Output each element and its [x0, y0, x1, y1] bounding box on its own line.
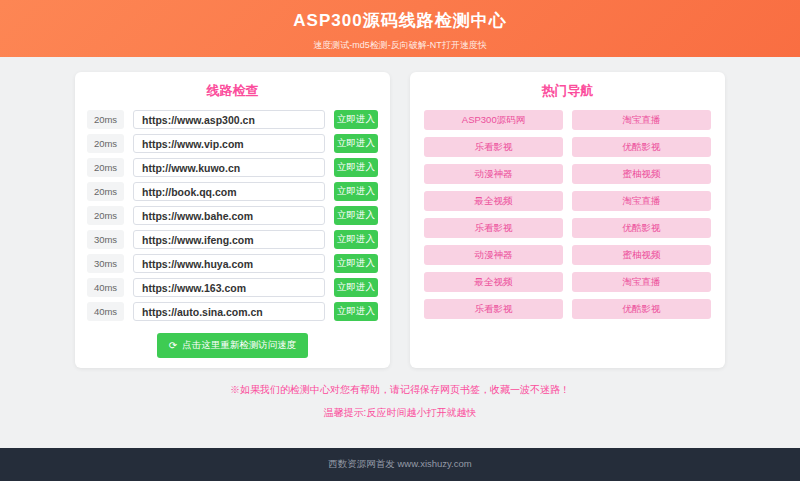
- page-title: ASP300源码线路检测中心: [0, 9, 800, 32]
- nav-link-button[interactable]: 乐看影视: [424, 137, 563, 157]
- page-subtitle: 速度测试-md5检测-反向破解-NT打开速度快: [0, 39, 800, 52]
- ping-badge: 40ms: [87, 278, 124, 297]
- ping-badge: 20ms: [87, 206, 124, 225]
- nav-link-button[interactable]: 淘宝直播: [572, 272, 711, 292]
- enter-button[interactable]: 立即进入: [334, 134, 378, 153]
- footer-text: 西数资源网首发 www.xishuzy.com: [328, 458, 471, 471]
- url-input[interactable]: [133, 110, 325, 129]
- page: ASP300源码线路检测中心 速度测试-md5检测-反向破解-NT打开速度快 线…: [0, 0, 800, 481]
- enter-button[interactable]: 立即进入: [334, 230, 378, 249]
- enter-button[interactable]: 立即进入: [334, 110, 378, 129]
- check-row: 20ms立即进入: [87, 110, 378, 129]
- main-content: 线路检查 20ms立即进入20ms立即进入20ms立即进入20ms立即进入20m…: [0, 57, 800, 368]
- enter-button[interactable]: 立即进入: [334, 278, 378, 297]
- nav-link-button[interactable]: 优酷影视: [572, 299, 711, 319]
- url-input[interactable]: [133, 134, 325, 153]
- nav-link-button[interactable]: 优酷影视: [572, 137, 711, 157]
- line-check-rows: 20ms立即进入20ms立即进入20ms立即进入20ms立即进入20ms立即进入…: [87, 110, 378, 321]
- ping-badge: 30ms: [87, 230, 124, 249]
- nav-link-button[interactable]: 动漫神器: [424, 164, 563, 184]
- nav-link-button[interactable]: 优酷影视: [572, 218, 711, 238]
- enter-button[interactable]: 立即进入: [334, 302, 378, 321]
- nav-link-button[interactable]: 最全视频: [424, 272, 563, 292]
- nav-link-button[interactable]: 蜜柚视频: [572, 245, 711, 265]
- ping-badge: 30ms: [87, 254, 124, 273]
- check-row: 20ms立即进入: [87, 206, 378, 225]
- notes: ※如果我们的检测中心对您有帮助，请记得保存网页书签，收藏一波不迷路！ 温馨提示:…: [0, 383, 800, 420]
- check-row: 40ms立即进入: [87, 302, 378, 321]
- line-check-card: 线路检查 20ms立即进入20ms立即进入20ms立即进入20ms立即进入20m…: [75, 72, 390, 368]
- ping-badge: 20ms: [87, 110, 124, 129]
- nav-link-button[interactable]: 淘宝直播: [572, 110, 711, 130]
- check-row: 40ms立即进入: [87, 278, 378, 297]
- url-input[interactable]: [133, 254, 325, 273]
- hot-nav-grid: ASP300源码网淘宝直播乐看影视优酷影视动漫神器蜜柚视频最全视频淘宝直播乐看影…: [422, 110, 713, 319]
- hot-nav-title: 热门导航: [422, 82, 713, 100]
- speed-tip-text: 温馨提示:反应时间越小打开就越快: [0, 406, 800, 420]
- url-input[interactable]: [133, 302, 325, 321]
- hot-nav-card: 热门导航 ASP300源码网淘宝直播乐看影视优酷影视动漫神器蜜柚视频最全视频淘宝…: [410, 72, 725, 368]
- ping-badge: 40ms: [87, 302, 124, 321]
- nav-link-button[interactable]: 动漫神器: [424, 245, 563, 265]
- refresh-icon: ⟳: [169, 341, 177, 351]
- refresh-button-label: 点击这里重新检测访问速度: [182, 339, 296, 352]
- check-row: 20ms立即进入: [87, 182, 378, 201]
- url-input[interactable]: [133, 230, 325, 249]
- check-row: 20ms立即进入: [87, 158, 378, 177]
- url-input[interactable]: [133, 158, 325, 177]
- enter-button[interactable]: 立即进入: [334, 254, 378, 273]
- ping-badge: 20ms: [87, 158, 124, 177]
- bookmark-tip-text: ※如果我们的检测中心对您有帮助，请记得保存网页书签，收藏一波不迷路！: [0, 383, 800, 397]
- nav-link-button[interactable]: 乐看影视: [424, 299, 563, 319]
- refresh-button[interactable]: ⟳ 点击这里重新检测访问速度: [157, 333, 308, 358]
- enter-button[interactable]: 立即进入: [334, 182, 378, 201]
- check-row: 20ms立即进入: [87, 134, 378, 153]
- nav-link-button[interactable]: 乐看影视: [424, 218, 563, 238]
- line-check-title: 线路检查: [87, 82, 378, 100]
- url-input[interactable]: [133, 278, 325, 297]
- ping-badge: 20ms: [87, 134, 124, 153]
- header: ASP300源码线路检测中心 速度测试-md5检测-反向破解-NT打开速度快: [0, 0, 800, 57]
- nav-link-button[interactable]: 淘宝直播: [572, 191, 711, 211]
- nav-link-button[interactable]: 蜜柚视频: [572, 164, 711, 184]
- url-input[interactable]: [133, 182, 325, 201]
- enter-button[interactable]: 立即进入: [334, 158, 378, 177]
- check-row: 30ms立即进入: [87, 230, 378, 249]
- footer: 西数资源网首发 www.xishuzy.com: [0, 448, 800, 481]
- nav-link-button[interactable]: 最全视频: [424, 191, 563, 211]
- url-input[interactable]: [133, 206, 325, 225]
- check-row: 30ms立即进入: [87, 254, 378, 273]
- nav-link-button[interactable]: ASP300源码网: [424, 110, 563, 130]
- enter-button[interactable]: 立即进入: [334, 206, 378, 225]
- ping-badge: 20ms: [87, 182, 124, 201]
